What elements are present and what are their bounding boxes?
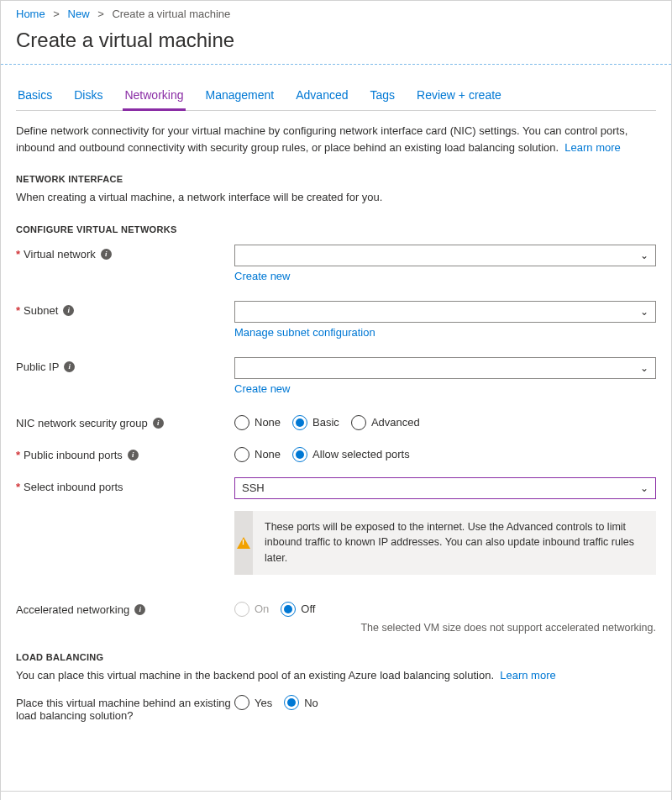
tab-disks[interactable]: Disks [72, 82, 104, 111]
learn-more-lb-link[interactable]: Learn more [500, 669, 555, 682]
required-icon: * [16, 304, 20, 317]
warning-icon [237, 537, 250, 549]
info-icon[interactable]: i [101, 249, 112, 260]
lb-radio-yes[interactable]: Yes [234, 695, 272, 710]
learn-more-link[interactable]: Learn more [564, 141, 620, 154]
required-icon: * [16, 248, 20, 261]
breadcrumb-new[interactable]: New [68, 8, 90, 20]
warning-box: These ports will be exposed to the inter… [234, 511, 656, 575]
public-ip-select[interactable]: ⌄ [234, 357, 656, 379]
divider [1, 64, 671, 65]
label-accelerated-networking: Accelerated networking [16, 603, 129, 616]
create-new-ip-link[interactable]: Create new [234, 382, 290, 395]
accel-helper: The selected VM size does not support ac… [234, 622, 656, 634]
accel-radio-off[interactable]: Off [281, 602, 315, 617]
chevron-right-icon: > [53, 8, 60, 20]
create-new-vnet-link[interactable]: Create new [234, 270, 290, 282]
tab-advanced[interactable]: Advanced [294, 82, 349, 111]
select-value: SSH [242, 482, 265, 494]
breadcrumb: Home > New > Create a virtual machine [1, 1, 671, 24]
warning-text: These ports will be exposed to the inter… [253, 511, 656, 575]
label-subnet: Subnet [24, 304, 58, 317]
breadcrumb-current: Create a virtual machine [112, 8, 230, 20]
lb-radio-no[interactable]: No [284, 695, 318, 710]
intro-text: Define network connectivity for your vir… [16, 123, 656, 155]
tab-networking[interactable]: Networking [123, 82, 185, 111]
chevron-down-icon: ⌄ [640, 306, 648, 318]
label-select-ports: Select inbound ports [24, 481, 123, 493]
info-icon[interactable]: i [128, 450, 139, 461]
label-nsg: NIC network security group [16, 417, 148, 429]
nsg-radio-advanced[interactable]: Advanced [351, 415, 420, 430]
required-icon: * [16, 481, 20, 493]
network-interface-desc: When creating a virtual machine, a netwo… [16, 189, 656, 206]
chevron-down-icon: ⌄ [640, 482, 648, 494]
section-network-interface: NETWORK INTERFACE [16, 174, 656, 184]
select-inbound-ports[interactable]: SSH ⌄ [234, 477, 656, 499]
info-icon[interactable]: i [63, 305, 74, 316]
inbound-radio-allow[interactable]: Allow selected ports [292, 447, 410, 462]
info-icon[interactable]: i [153, 418, 164, 429]
info-icon[interactable]: i [64, 361, 75, 372]
inbound-radio-none[interactable]: None [234, 447, 281, 462]
tab-management[interactable]: Management [204, 82, 276, 111]
tab-tags[interactable]: Tags [369, 82, 397, 111]
nsg-radio-none[interactable]: None [234, 415, 281, 430]
page-title: Create a virtual machine [1, 24, 671, 64]
required-icon: * [16, 449, 20, 461]
label-public-ip: Public IP [16, 361, 59, 373]
chevron-down-icon: ⌄ [640, 250, 648, 261]
footer-actions: Review + create Previous Next : Manageme… [1, 791, 671, 800]
breadcrumb-home[interactable]: Home [16, 8, 45, 20]
label-inbound-ports: Public inbound ports [24, 449, 123, 461]
accel-radio-on: On [234, 602, 269, 617]
nsg-radio-basic[interactable]: Basic [292, 415, 339, 430]
label-virtual-network: Virtual network [24, 248, 96, 261]
subnet-select[interactable]: ⌄ [234, 301, 656, 323]
chevron-down-icon: ⌄ [640, 362, 648, 374]
info-icon[interactable]: i [134, 604, 145, 615]
tab-review[interactable]: Review + create [415, 82, 503, 111]
tab-bar: Basics Disks Networking Management Advan… [16, 82, 656, 111]
virtual-network-select[interactable]: ⌄ [234, 245, 656, 266]
section-load-balancing: LOAD BALANCING [16, 652, 656, 662]
label-load-balancer: Place this virtual machine behind an exi… [16, 697, 234, 722]
manage-subnet-link[interactable]: Manage subnet configuration [234, 326, 375, 339]
section-configure-vnet: CONFIGURE VIRTUAL NETWORKS [16, 224, 656, 234]
tab-basics[interactable]: Basics [16, 82, 54, 111]
load-balancing-desc: You can place this virtual machine in th… [16, 667, 656, 684]
chevron-right-icon: > [97, 8, 104, 20]
